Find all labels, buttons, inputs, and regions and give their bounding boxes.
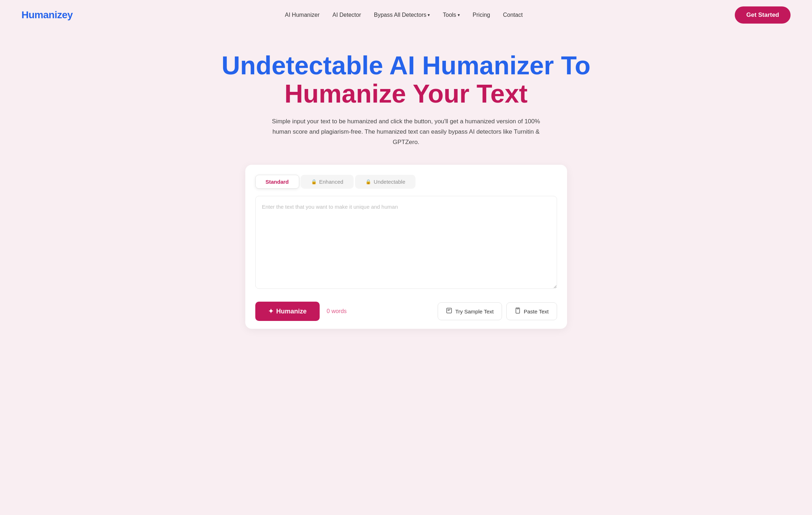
tab-standard[interactable]: Standard [255, 175, 299, 189]
action-buttons: Try Sample Text Paste Text [438, 302, 557, 320]
humanize-label: Humanize [276, 308, 307, 315]
hero-subtitle: Simple input your text to be humanized a… [267, 117, 546, 148]
nav-dropdown-bypass[interactable]: Bypass All Detectors ▾ [374, 12, 430, 18]
nav-item-ai-humanizer[interactable]: AI Humanizer [285, 12, 320, 18]
nav-link-contact[interactable]: Contact [503, 12, 523, 18]
try-sample-button[interactable]: Try Sample Text [438, 302, 502, 320]
hero-title-blue: Undetectable AI Humanizer To [221, 51, 590, 80]
paste-text-label: Paste Text [524, 308, 549, 315]
nav-item-tools[interactable]: Tools ▾ [443, 12, 459, 18]
sample-icon [446, 307, 452, 315]
nav-item-ai-detector[interactable]: AI Detector [333, 12, 361, 18]
try-sample-label: Try Sample Text [455, 308, 494, 315]
nav-dropdown-tools[interactable]: Tools ▾ [443, 12, 459, 18]
tab-enhanced-label: Enhanced [319, 179, 344, 185]
hero-title-pink: Humanize Your Text [284, 79, 527, 108]
nav-item-contact[interactable]: Contact [503, 12, 523, 18]
nav-item-pricing[interactable]: Pricing [473, 12, 490, 18]
hero-section: Undetectable AI Humanizer To Humanize Yo… [0, 30, 812, 343]
sparkle-icon: ✦ [268, 307, 274, 315]
nav-link-ai-detector[interactable]: AI Detector [333, 12, 361, 18]
svg-rect-1 [517, 308, 518, 309]
bottom-bar: ✦ Humanize 0 words Try Sample Text [255, 295, 557, 329]
tabs-container: Standard 🔒 Enhanced 🔒 Undetectable [255, 175, 557, 189]
nav-item-bypass[interactable]: Bypass All Detectors ▾ [374, 12, 430, 18]
paste-icon [515, 307, 521, 315]
nav-link-pricing[interactable]: Pricing [473, 12, 490, 18]
lock-icon-enhanced: 🔒 [311, 179, 317, 184]
text-input[interactable] [255, 196, 557, 289]
nav-links: AI Humanizer AI Detector Bypass All Dete… [285, 12, 523, 18]
chevron-down-icon: ▾ [428, 13, 430, 18]
lock-icon-undetectable: 🔒 [365, 179, 371, 184]
brand-logo[interactable]: Humanizey [21, 9, 73, 21]
chevron-down-icon: ▾ [458, 13, 460, 18]
word-count: 0 words [327, 308, 347, 315]
hero-title: Undetectable AI Humanizer To Humanize Yo… [14, 51, 798, 108]
tab-undetectable-label: Undetectable [374, 179, 405, 185]
tab-undetectable[interactable]: 🔒 Undetectable [355, 175, 415, 189]
navbar: Humanizey AI Humanizer AI Detector Bypas… [0, 0, 812, 30]
paste-text-button[interactable]: Paste Text [506, 302, 557, 320]
get-started-button[interactable]: Get Started [735, 6, 791, 24]
tab-enhanced[interactable]: 🔒 Enhanced [301, 175, 354, 189]
tab-standard-label: Standard [266, 179, 289, 185]
humanize-button[interactable]: ✦ Humanize [255, 302, 320, 321]
nav-link-ai-humanizer[interactable]: AI Humanizer [285, 12, 320, 18]
tool-card: Standard 🔒 Enhanced 🔒 Undetectable ✦ Hum… [245, 165, 567, 329]
